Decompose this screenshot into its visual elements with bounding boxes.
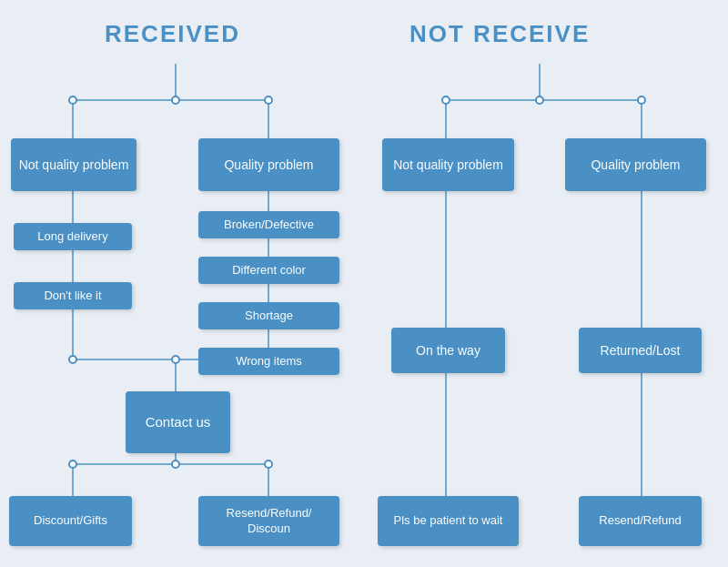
received-title: RECEIVED bbox=[105, 20, 240, 48]
pls-be-patient: Pls be patient to wait bbox=[378, 496, 519, 546]
dot-received-right bbox=[264, 96, 273, 105]
shortage: Shortage bbox=[198, 302, 339, 329]
dot-rec-sub-mid bbox=[171, 355, 180, 364]
discount-gifts: Discount/Gifts bbox=[9, 496, 132, 546]
resend-refund-nr: Resend/Refund bbox=[579, 496, 702, 546]
not-quality-problem-received: Not quality problem bbox=[11, 138, 136, 191]
long-delivery: Long delivery bbox=[14, 223, 132, 250]
not-receive-title: NOT RECEIVE bbox=[410, 20, 590, 48]
different-color: Different color bbox=[198, 257, 339, 284]
not-quality-problem-nr: Not quality problem bbox=[382, 138, 514, 191]
broken-defective: Broken/Defective bbox=[198, 211, 339, 238]
dot-received-mid bbox=[171, 96, 180, 105]
dot-rec-bot-left bbox=[68, 460, 77, 469]
dot-received-left bbox=[68, 96, 77, 105]
dot-nr-left bbox=[441, 96, 450, 105]
quality-problem-received: Quality problem bbox=[198, 138, 339, 191]
dot-rec-bot-right bbox=[264, 460, 273, 469]
diagram: RECEIVED NOT RECEIVE Not quality problem… bbox=[0, 0, 728, 567]
on-the-way: On the way bbox=[391, 328, 505, 373]
dot-rec-sub-left bbox=[68, 355, 77, 364]
contact-us[interactable]: Contact us bbox=[126, 391, 230, 453]
wrong-items: Wrong items bbox=[198, 348, 339, 375]
returned-lost: Returned/Lost bbox=[579, 328, 702, 373]
dot-nr-mid bbox=[535, 96, 544, 105]
resend-refund-discoun: Resend/Refund/ Discoun bbox=[198, 496, 339, 546]
dont-like-it: Don't like it bbox=[14, 282, 132, 309]
quality-problem-nr: Quality problem bbox=[565, 138, 706, 191]
dot-rec-bot-mid bbox=[171, 460, 180, 469]
dot-nr-right bbox=[637, 96, 646, 105]
